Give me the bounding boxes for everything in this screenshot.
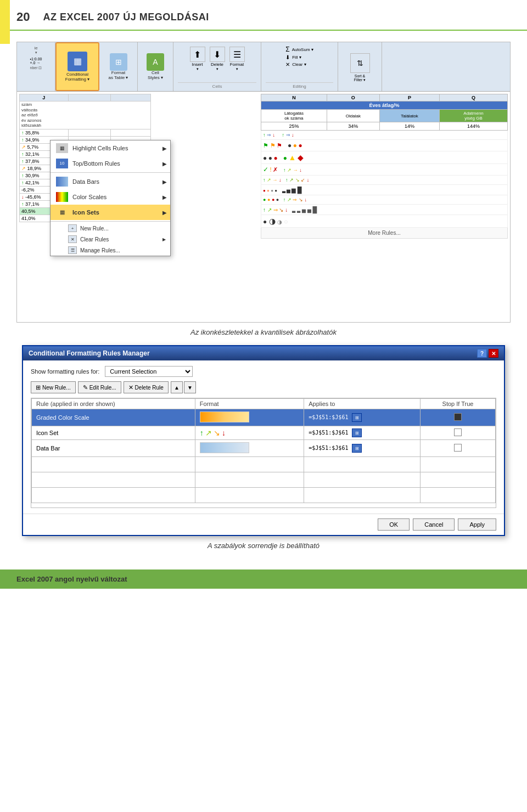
delete-button[interactable]: ⬇ Delete ▾: [210, 47, 225, 71]
empty-rule-row-2: [32, 472, 496, 488]
stop-checkbox-1[interactable]: [454, 413, 462, 421]
col-j-header: J: [20, 94, 69, 101]
empty-rule-row-3: [32, 488, 496, 503]
manage-rules-icon: ☰: [68, 246, 77, 254]
sort-filter-icon[interactable]: ⇅: [350, 53, 370, 73]
icon-sets-item[interactable]: ▦ Icon Sets ▶: [51, 205, 170, 220]
page-footer: Excel 2007 angol nyelvű változat: [0, 569, 527, 589]
icon-set-row-6: ● ● ● ● ▃ ▅ ▆ █: [261, 185, 508, 195]
range-picker-1[interactable]: ⊞: [352, 413, 362, 422]
stop-checkbox-3[interactable]: [454, 444, 462, 452]
up-icon: ↑: [21, 130, 24, 136]
show-for-select[interactable]: Current Selection: [105, 366, 193, 377]
color-scales-label: Color Scales: [72, 194, 106, 200]
color-scales-item[interactable]: Color Scales ▶: [51, 189, 170, 205]
cell-styles-button[interactable]: A CellStyles ▾: [138, 42, 173, 91]
up-icon: ↑: [21, 159, 24, 164]
clear-button[interactable]: ✕ Clear ▾: [285, 61, 313, 67]
manage-rules-item[interactable]: ☰ Manage Rules...: [51, 245, 170, 256]
close-button[interactable]: ✕: [489, 349, 498, 358]
delete-icon: ⬇: [210, 47, 225, 62]
conditional-formatting-dropdown: ▦ Highlight Cells Rules ▶ 10 Top/Bottom …: [50, 140, 171, 256]
half-circle: ◑: [269, 217, 276, 225]
quarter-circle: ◑: [277, 219, 282, 225]
down-c: ↓: [279, 177, 282, 183]
range-picker-2[interactable]: ⊞: [352, 428, 362, 437]
black-circle-1: ●: [263, 154, 267, 162]
up-arrow-c: ↑: [263, 177, 266, 183]
more-rules-btn[interactable]: More Rules...: [261, 228, 508, 239]
excel-screenshot: ie ▾ •1:0.00+.0 → nber ⊡ ▦ ConditionalFo…: [16, 42, 511, 323]
down-left-d: ↙: [301, 177, 305, 183]
autosum-button[interactable]: Σ AutoSum ▾: [285, 46, 313, 53]
sort-filter-label: Sort &Filter ▾: [354, 74, 366, 82]
rule-row-2[interactable]: Icon Set ↑ ↗ ↘ ↓ =$J$51:$J$61 ⊞: [32, 426, 496, 440]
format-button[interactable]: ☰ Format ▾: [229, 47, 245, 71]
clear-rules-item[interactable]: ✕ Clear Rules ▶: [51, 234, 170, 245]
col-o-header: O: [327, 94, 379, 101]
top-bottom-rules-item[interactable]: 10 Top/Bottom Rules ▶: [51, 156, 170, 171]
new-rule-item[interactable]: + New Rule...: [51, 223, 170, 234]
editing-group: Σ AutoSum ▾ ⬇ Fill ▾ ✕ Clear ▾ Editing: [261, 42, 338, 91]
icon-diag-down-3: ↘: [214, 428, 220, 437]
data-bars-item[interactable]: Data Bars ▶: [51, 174, 170, 189]
help-button[interactable]: ?: [477, 349, 487, 358]
insert-icon: ⬆: [190, 47, 205, 62]
bar-a1: ▃: [292, 208, 295, 213]
arrow-diag-e: ↗: [287, 197, 291, 202]
fill-button[interactable]: ⬇ Fill ▾: [285, 54, 313, 60]
rule-applies-1: =$J$51:$J$61 ⊞: [304, 409, 421, 426]
page-title: AZ EXCEL 2007 ÚJ MEGOLDÁSAI: [43, 12, 209, 23]
excel-ribbon: ie ▾ •1:0.00+.0 → nber ⊡ ▦ ConditionalFo…: [17, 42, 510, 92]
rule-row-1[interactable]: Graded Color Scale =$J$51:$J$61 ⊞: [32, 409, 496, 426]
down-arrow-b: ↓: [299, 167, 302, 173]
rule-row-3[interactable]: Data Bar =$J$51:$J$61 ⊞: [32, 440, 496, 457]
edit-rule-button[interactable]: ✎ Edit Rule...: [78, 381, 121, 393]
insert-button[interactable]: ⬆ Insert ▾: [190, 47, 205, 71]
empty-rule-row-1: [32, 457, 496, 472]
clear-rules-arrow: ▶: [162, 237, 166, 242]
gray-dot: ●: [271, 188, 273, 193]
titlebar-buttons: ? ✕: [477, 349, 498, 358]
arrow-right-f: ⇒: [273, 207, 278, 213]
col-q-header: Q: [440, 94, 508, 101]
range-picker-3[interactable]: ⊞: [352, 444, 362, 453]
col-applies-header: Applies to: [304, 399, 421, 409]
cancel-button[interactable]: Cancel: [413, 518, 455, 531]
conditional-formatting-button[interactable]: ▦ ConditionalFormatting ▾: [55, 42, 99, 91]
data-bars-label: Data Bars: [72, 178, 99, 185]
up-icon: ↑: [21, 137, 24, 143]
visits-label: Látogatások száma: [261, 110, 327, 122]
col-k-header: [68, 94, 110, 101]
bar-2: ▅: [287, 188, 290, 193]
icon-set-row-4: ✓ ! ✗ ↑ ↗ → ↓: [261, 164, 508, 176]
icon-set-row-8: ↑ ↗ ⇒ ↘ ↓ ▃ ▃ ▅ ▅ █: [261, 205, 508, 215]
green-circle-a: ●: [283, 154, 287, 162]
new-rule-button[interactable]: ⊞ New Rule...: [31, 381, 76, 393]
delete-rule-button[interactable]: ✕ Delete Rule: [124, 381, 169, 393]
empty-circle: ○: [284, 218, 288, 225]
new-rule-btn-icon: ⊞: [36, 384, 41, 391]
rule-format-2: ↑ ↗ ↘ ↓: [195, 426, 304, 440]
apply-button[interactable]: Apply: [458, 518, 496, 531]
col-l-header: [110, 94, 150, 101]
col-stop-header: Stop If True: [421, 399, 496, 409]
ok-button[interactable]: OK: [378, 518, 410, 531]
green-up-arrow: ↑: [263, 132, 266, 138]
up-arrow-d: ↑: [285, 177, 288, 183]
pink-dot: ●: [267, 188, 270, 193]
highlight-cells-rules-item[interactable]: ▦ Highlight Cells Rules ▶: [51, 140, 170, 156]
bar-a3: ▅: [302, 207, 306, 213]
more-rules-row[interactable]: More Rules...: [261, 228, 508, 239]
ribbon-number-group: ie ▾ •1:0.00+.0 → nber ⊡: [17, 42, 55, 91]
format-table-button[interactable]: ⊞ Formatas Table ▾: [99, 42, 138, 91]
dialog-footer: OK Cancel Apply: [23, 514, 504, 535]
rules-table-container: Rule (applied in order shown) Format App…: [31, 398, 496, 508]
caption-2: A szabályok sorrendje is beállítható: [16, 542, 511, 550]
move-up-button[interactable]: ▲: [171, 381, 183, 393]
move-down-button[interactable]: ▼: [184, 381, 196, 393]
dialog-title: Conditional Formatting Rules Manager: [29, 349, 150, 357]
stop-checkbox-2[interactable]: [454, 428, 462, 436]
clear-icon: ✕: [285, 61, 290, 67]
down-icon: ↓: [21, 194, 24, 200]
